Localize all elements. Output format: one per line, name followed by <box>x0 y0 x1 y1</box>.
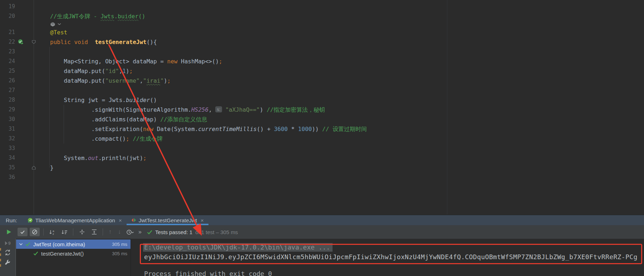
show-passed-toggle[interactable] <box>18 228 28 236</box>
line-number: 36 <box>0 173 15 182</box>
sort-by-duration-button[interactable] <box>59 228 69 236</box>
svg-text:9: 9 <box>8 241 11 246</box>
line-number: 28 <box>0 95 15 105</box>
settings-wrench-icon[interactable] <box>5 259 11 265</box>
code-line-24[interactable]: 24 Map<String, Object> dataMap = new Has… <box>0 57 644 66</box>
line-number: 26 <box>0 76 15 86</box>
tab-label: TliasWebManagementApplication <box>35 217 115 223</box>
tests-passed-icon <box>147 230 152 234</box>
chevron-down-icon[interactable] <box>19 243 23 246</box>
line-number: 30 <box>0 115 15 124</box>
code-line-26[interactable]: 26 dataMap.put("username","irai"); <box>0 76 644 86</box>
code-text: @Test <box>50 28 67 37</box>
sort-alphabetically-button[interactable]: az <box>47 228 57 236</box>
code-text: .addClaims(dataMap) //添加自定义信息 <box>50 115 207 124</box>
toolbar-divider <box>73 228 73 236</box>
test-status: Tests passed: 1 of 1 test – 305 ms <box>147 229 238 235</box>
next-occurrence-button[interactable]: ↓ <box>115 228 124 236</box>
tool-window-stripe-marks <box>0 248 1 267</box>
code-line-29[interactable]: 29 .signWith(SignatureAlgorithm.HS256, s… <box>0 105 644 115</box>
code-text: public void testGenerateJwt(){ <box>50 37 157 47</box>
run-test-passed-icon[interactable] <box>18 39 24 45</box>
code-text: .compact(); //生成令牌 <box>50 134 162 144</box>
rerun-failed-tests-icon[interactable]: 9 <box>4 241 12 246</box>
line-number: 33 <box>0 144 15 153</box>
test-history-button[interactable] <box>125 228 135 236</box>
code-text: System.out.println(jwt); <box>50 153 147 163</box>
test-tree: JwtTest (com.itheima) 305 ms testGenerat… <box>16 239 131 276</box>
line-number: 24 <box>0 57 15 66</box>
code-line-22[interactable]: 22public void testGenerateJwt(){ <box>0 37 644 47</box>
rerun-tests-button[interactable] <box>6 229 12 235</box>
code-line-31[interactable]: 31 .setExpiration(new Date(System.curren… <box>0 124 644 134</box>
java-inlay-icon[interactable] <box>50 22 55 27</box>
run-left-toolbar: 9 <box>0 239 16 276</box>
code-line-23[interactable]: 23 <box>0 47 644 57</box>
tab-tlias-application[interactable]: TliasWebManagementApplication × <box>23 215 127 225</box>
tree-item-time: 305 ms <box>112 242 127 247</box>
fold-end-marker-icon[interactable] <box>31 165 36 170</box>
code-line-25[interactable]: 25 dataMap.put("id",1); <box>0 66 644 76</box>
code-text: .signWith(SignatureAlgorithm.HS256, s: "… <box>50 105 325 115</box>
tree-row-jwttest[interactable]: JwtTest (com.itheima) 305 ms <box>16 239 131 249</box>
line-number: 21 <box>0 28 15 37</box>
code-line-19[interactable]: 19 <box>0 2 644 11</box>
code-line-35[interactable]: 35} <box>0 163 644 173</box>
fold-marker-icon[interactable] <box>31 40 36 44</box>
run-toolbar: az ↑ ↓ » Tests passed: 1 of 1 test – <box>0 225 644 239</box>
line-number: 20 <box>0 11 15 21</box>
tests-passed-text: Tests passed: 1 <box>155 229 192 235</box>
test-passed-icon <box>33 251 38 256</box>
chevron-down-icon[interactable] <box>58 23 61 25</box>
tree-row-testgeneratejwt[interactable]: testGenerateJwt() 305 ms <box>16 249 131 258</box>
code-editor[interactable]: 1920//生成JWT令牌 - Jwts.buider()21@Test22pu… <box>0 0 644 214</box>
console-command-line: E:\develop_tools\JDK\jdk-17.0.2\bin\java… <box>144 243 333 251</box>
code-text: String jwt = Jwts.builder() <box>50 95 157 105</box>
close-icon[interactable]: × <box>201 217 204 223</box>
code-line-28[interactable]: 28 String jwt = Jwts.builder() <box>0 95 644 105</box>
code-line-21[interactable]: 21@Test <box>0 28 644 37</box>
line-number: 32 <box>0 134 15 144</box>
code-line-27[interactable]: 27 <box>0 86 644 95</box>
line-number: 22 <box>0 37 15 47</box>
code-text: Map<String, Object> dataMap = new HashMa… <box>50 57 222 66</box>
code-line-34[interactable]: 34 System.out.println(jwt); <box>0 153 644 163</box>
spring-boot-icon <box>28 218 33 223</box>
run-panel-label: Run: <box>6 217 17 223</box>
line-number: 35 <box>0 163 15 173</box>
code-line-20[interactable]: 20//生成JWT令牌 - Jwts.buider() <box>0 11 644 21</box>
run-tool-window: Run: TliasWebManagementApplication × Jwt… <box>0 215 644 276</box>
line-number: 31 <box>0 124 15 134</box>
intellij-window: 1920//生成JWT令牌 - Jwts.buider()21@Test22pu… <box>0 0 644 276</box>
tab-label: JwtTest.testGenerateJwt <box>139 217 197 223</box>
code-line-36[interactable]: 36 <box>0 173 644 182</box>
line-number: 27 <box>0 86 15 95</box>
more-actions-chevrons[interactable]: » <box>138 229 141 235</box>
run-body: 9 JwtTest (com.itheima) <box>0 239 644 276</box>
code-text: dataMap.put("username","irai"); <box>50 76 171 86</box>
line-number: 19 <box>0 2 15 11</box>
ignore-tests-toggle[interactable] <box>30 228 40 236</box>
rerun-automatically-icon[interactable] <box>4 249 11 256</box>
toolbar-divider <box>103 228 103 236</box>
expand-all-button[interactable] <box>77 228 87 236</box>
collapse-all-button[interactable] <box>89 228 99 236</box>
line-number: 29 <box>0 105 15 115</box>
jwt-token-output: eyJhbGciOiJIUzI1NiJ9.eyJpZCI6MSwidXNlcm5… <box>144 253 638 261</box>
run-tab-bar: Run: TliasWebManagementApplication × Jwt… <box>0 215 644 225</box>
junit-test-icon <box>131 218 136 223</box>
previous-occurrence-button[interactable]: ↑ <box>105 228 115 236</box>
tests-detail-text: of 1 test – 305 ms <box>195 229 238 235</box>
tree-item-label: JwtTest (com.itheima) <box>33 241 85 247</box>
close-icon[interactable]: × <box>119 217 122 223</box>
code-line-32[interactable]: 32 .compact(); //生成令牌 <box>0 134 644 144</box>
inline-run-widget[interactable] <box>0 21 644 28</box>
line-number: 25 <box>0 66 15 76</box>
code-line-33[interactable]: 33 <box>0 144 644 153</box>
process-finished-line: Process finished with exit code 0 <box>144 270 272 276</box>
selected-text: E:\develop_tools\JDK\jdk-17.0.2\bin\java… <box>143 243 333 252</box>
run-console[interactable]: E:\develop_tools\JDK\jdk-17.0.2\bin\java… <box>131 239 644 276</box>
tab-jwttest-testgeneratejwt[interactable]: JwtTest.testGenerateJwt × <box>127 215 208 225</box>
code-line-30[interactable]: 30 .addClaims(dataMap) //添加自定义信息 <box>0 115 644 124</box>
svg-text:z: z <box>53 232 54 235</box>
